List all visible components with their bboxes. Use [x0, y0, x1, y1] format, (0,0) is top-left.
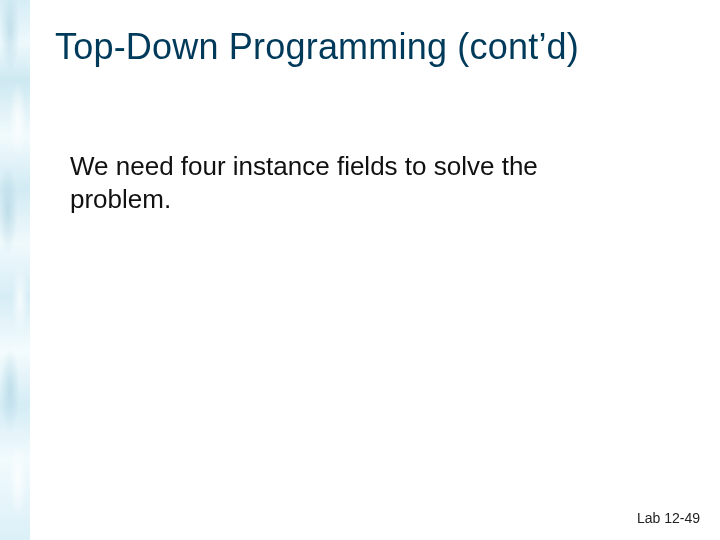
slide-body-text: We need four instance fields to solve th…	[70, 150, 630, 215]
slide-container: Top-Down Programming (cont’d) We need fo…	[0, 0, 720, 540]
slide-title: Top-Down Programming (cont’d)	[55, 26, 579, 68]
slide-footer-label: Lab 12-49	[637, 510, 700, 526]
